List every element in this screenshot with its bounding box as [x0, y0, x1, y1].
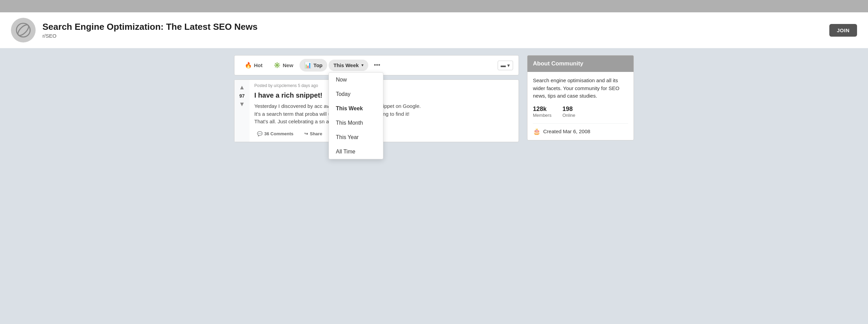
feed-column: 🔥 Hot ✳️ New 📊 Top This Week ▾ Now Today [234, 55, 519, 142]
top-bar [0, 0, 868, 12]
share-label: Share [310, 131, 322, 136]
comments-button[interactable]: 💬 36 Comments [254, 129, 296, 138]
view-toggle-icon: ▬ ▾ [501, 62, 510, 68]
post-meta: Posted by u/cpclemens 5 days ago [254, 83, 514, 88]
main-layout: 🔥 Hot ✳️ New 📊 Top This Week ▾ Now Today [229, 55, 639, 142]
members-stat: 128k Members [533, 105, 551, 118]
about-community-title: About Community [533, 60, 628, 67]
subreddit-header: Search Engine Optimization: The Latest S… [0, 12, 868, 48]
new-sort-button[interactable]: ✳️ New [269, 59, 298, 72]
sort-bar: 🔥 Hot ✳️ New 📊 Top This Week ▾ Now Today [234, 55, 519, 75]
online-count: 198 [562, 105, 575, 113]
members-count: 128k [533, 105, 551, 113]
sidebar: About Community Search engine optimisati… [527, 55, 634, 142]
time-filter-dropdown-container: This Week ▾ Now Today This Week This Mon… [329, 60, 368, 71]
community-card: About Community Search engine optimisati… [527, 55, 634, 140]
top-icon: 📊 [304, 62, 311, 69]
filter-this-month[interactable]: This Month [329, 116, 383, 130]
downvote-button[interactable]: ▼ [238, 100, 246, 109]
more-options-button[interactable]: ••• [370, 59, 384, 72]
online-stat: 198 Online [562, 105, 575, 118]
community-stats: 128k Members 198 Online [533, 105, 628, 118]
view-toggle-button[interactable]: ▬ ▾ [498, 61, 513, 70]
created-date: Created Mar 6, 2008 [543, 128, 590, 134]
hot-sort-button[interactable]: 🔥 Hot [240, 59, 267, 72]
join-button[interactable]: JOIN [829, 24, 857, 37]
filter-now[interactable]: Now [329, 73, 383, 87]
online-label: Online [562, 113, 575, 118]
community-created: 🎂 Created Mar 6, 2008 [533, 123, 628, 135]
community-description: Search engine optimisation and all its w… [533, 77, 628, 100]
filter-this-year[interactable]: This Year [329, 130, 383, 145]
hot-icon: 🔥 [245, 62, 252, 69]
time-filter-menu: Now Today This Week This Month This Year… [329, 72, 383, 159]
share-icon: ↪ [304, 131, 308, 136]
new-label: New [283, 62, 293, 68]
cake-icon: 🎂 [533, 128, 540, 135]
vote-column: ▲ 97 ▼ [234, 80, 250, 142]
members-label: Members [533, 113, 551, 118]
comments-icon: 💬 [257, 131, 263, 136]
filter-this-week[interactable]: This Week [329, 101, 383, 116]
new-icon: ✳️ [273, 62, 281, 69]
share-button[interactable]: ↪ Share [302, 129, 325, 138]
post-title[interactable]: I have a rich snippet! [254, 91, 514, 100]
top-label: Top [314, 62, 322, 68]
post-content: Posted by u/cpclemens 5 days ago I have … [250, 80, 519, 142]
post-body: Yesterday I discovered by acc ave finall… [254, 102, 514, 126]
community-header: About Community [527, 55, 634, 72]
subreddit-title: Search Engine Optimization: The Latest S… [42, 22, 822, 32]
upvote-button[interactable]: ▲ [238, 83, 246, 92]
post-body-line3: That's all. Just celebrating a sn aha [254, 119, 335, 124]
chevron-down-icon: ▾ [361, 63, 363, 67]
comments-label: 36 Comments [264, 131, 293, 136]
filter-all-time[interactable]: All Time [329, 145, 383, 159]
subreddit-info: Search Engine Optimization: The Latest S… [42, 22, 822, 39]
subreddit-name: r/SEO [42, 33, 822, 39]
subreddit-icon [11, 18, 36, 42]
community-body: Search engine optimisation and all its w… [527, 72, 634, 140]
time-filter-label: This Week [333, 62, 359, 68]
filter-today[interactable]: Today [329, 87, 383, 101]
post-actions: 💬 36 Comments ↪ Share 🔖 Save [254, 129, 514, 138]
top-sort-button[interactable]: 📊 Top [299, 59, 327, 72]
hot-label: Hot [254, 62, 263, 68]
vote-count: 97 [239, 93, 245, 99]
time-filter-button[interactable]: This Week ▾ [329, 60, 368, 71]
